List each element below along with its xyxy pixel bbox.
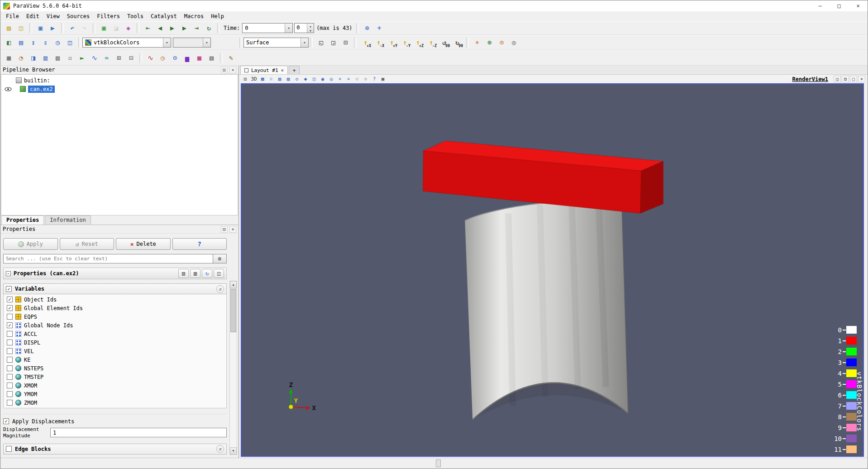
variable-checkbox[interactable]: [7, 383, 13, 388]
probe-location-icon[interactable]: ⊙: [169, 53, 181, 63]
render-viewport[interactable]: Z X Y 01234567891011 vtkBlockColors: [241, 83, 864, 457]
zoom-to-box-icon[interactable]: ⊡: [340, 37, 351, 48]
glyph-filter-icon[interactable]: ►: [76, 53, 88, 63]
variable-row-global-element-ids[interactable]: Global Element Ids: [4, 304, 226, 312]
split-vertical-icon[interactable]: ⊟: [842, 76, 849, 82]
group-datasets-filter-icon[interactable]: ⊞: [113, 53, 124, 63]
close-view-icon[interactable]: ×: [858, 76, 865, 82]
variable-row-object-ids[interactable]: Object Ids: [4, 295, 226, 304]
menu-help[interactable]: Help: [207, 12, 228, 20]
redo-icon[interactable]: ↷: [79, 23, 90, 34]
source-time-icon[interactable]: ◪: [110, 23, 122, 34]
search-input[interactable]: [3, 254, 213, 263]
variable-row-xmom[interactable]: XMOM: [4, 381, 226, 390]
variable-row-nsteps[interactable]: NSTEPS: [4, 364, 226, 373]
save-animation-icon[interactable]: ▶: [47, 23, 58, 34]
tab-properties[interactable]: Properties: [1, 215, 44, 225]
coloring-combo[interactable]: vtkBlockColors ▾: [82, 38, 171, 48]
save-data-icon[interactable]: ◫: [15, 23, 27, 34]
first-frame-button[interactable]: ⇤: [142, 23, 153, 34]
undo-icon[interactable]: ↶: [67, 23, 78, 34]
variable-checkbox[interactable]: [7, 322, 13, 328]
set-view--X-button[interactable]: ↑-X: [372, 37, 385, 48]
set-view-+Y-button[interactable]: ↑+Y: [386, 37, 398, 48]
spin-down-icon[interactable]: ▼: [307, 28, 314, 33]
set-view--Z-button[interactable]: ↑-Z: [425, 37, 437, 48]
frame-spinbox[interactable]: 0 ▲▼: [294, 23, 314, 33]
loop-button[interactable]: ↻: [203, 23, 215, 34]
menu-catalyst[interactable]: Catalyst: [147, 12, 181, 20]
spin-up-icon[interactable]: ▲: [307, 24, 314, 28]
clear-selection-icon[interactable]: ⊘: [353, 76, 361, 83]
pipeline-item-builtin[interactable]: builtin:: [1, 76, 238, 85]
set-view--Y-button[interactable]: ↑-Y: [399, 37, 411, 48]
scrollbar-thumb[interactable]: [230, 289, 236, 332]
pick-center-icon[interactable]: ⊙: [496, 37, 507, 48]
variable-row-displ[interactable]: DISPL: [4, 338, 226, 347]
undock-panel-icon[interactable]: ⊡: [221, 67, 228, 73]
variable-checkbox[interactable]: [7, 305, 13, 311]
variable-checkbox[interactable]: [7, 348, 13, 354]
apply-displacements-checkbox[interactable]: [3, 418, 9, 424]
menu-edit[interactable]: Edit: [23, 12, 43, 20]
open-file-icon[interactable]: ▨: [3, 23, 14, 34]
slice-filter-icon[interactable]: ▥: [40, 53, 51, 63]
rotate-90-button[interactable]: ↺90: [438, 37, 450, 48]
reset-group-icon[interactable]: ↺: [216, 285, 224, 293]
extract-subset-filter-icon[interactable]: ▫: [64, 53, 76, 63]
variable-checkbox[interactable]: [7, 365, 13, 371]
component-combo[interactable]: ▾: [173, 38, 211, 48]
menu-sources[interactable]: Sources: [63, 12, 94, 20]
select-cells-on-icon[interactable]: ▦: [258, 76, 267, 83]
hover-points-icon[interactable]: ∗: [344, 76, 353, 83]
close-panel-icon[interactable]: ×: [229, 226, 236, 233]
properties-scrollbar[interactable]: ▲ ▼: [229, 281, 237, 455]
previous-frame-button[interactable]: ◀: [154, 23, 166, 34]
tab-information[interactable]: Information: [45, 215, 91, 225]
reset-camera-icon[interactable]: ◱: [315, 37, 327, 48]
clip-filter-icon[interactable]: ◨: [28, 53, 39, 63]
undock-panel-icon[interactable]: ⊡: [221, 226, 228, 233]
save-screenshot-icon[interactable]: ▣: [35, 23, 46, 34]
displacement-magnitude-input[interactable]: [50, 428, 227, 437]
variables-checkbox[interactable]: [6, 286, 12, 292]
close-panel-icon[interactable]: ×: [229, 67, 236, 73]
variable-checkbox[interactable]: [7, 400, 13, 406]
color-legend[interactable]: 01234567891011: [830, 326, 857, 453]
copy-properties-icon[interactable]: ▤: [178, 269, 189, 278]
status-resize-handle[interactable]: [436, 459, 441, 467]
select-points-polygon-icon[interactable]: ◆: [301, 76, 310, 83]
play-button[interactable]: ▶: [167, 23, 178, 34]
edge-blocks-group-header[interactable]: Edge Blocks ↺: [3, 444, 227, 455]
rescale-custom-range-icon[interactable]: ⇕: [40, 37, 51, 48]
menu-view[interactable]: View: [43, 12, 63, 20]
visibility-eye-icon[interactable]: [4, 87, 12, 91]
paste-properties-icon[interactable]: ▥: [190, 269, 200, 278]
show-center-axes-icon[interactable]: ⊕: [484, 37, 495, 48]
split-horizontal-icon[interactable]: ◫: [834, 76, 841, 82]
maximize-view-icon[interactable]: □: [850, 76, 857, 82]
magnify-icon[interactable]: ⊕: [362, 23, 373, 34]
plot-selection-over-time-icon[interactable]: ◷: [157, 53, 168, 63]
zoom-to-data-icon[interactable]: ◲: [328, 37, 339, 48]
calculator-filter-icon[interactable]: ▦: [3, 53, 14, 63]
load-color-palette-icon[interactable]: ◈: [123, 23, 134, 34]
properties-section-header[interactable]: − Properties (can.ex2) ▤ ▥ ↻ ◫: [3, 268, 227, 279]
menu-filters[interactable]: Filters: [93, 12, 124, 20]
hover-cells-icon[interactable]: +: [336, 76, 344, 83]
restore-defaults-icon[interactable]: ↻: [202, 269, 212, 278]
set-view-+Z-button[interactable]: ↑+Z: [412, 37, 424, 48]
variable-row-eqps[interactable]: EQPS: [4, 312, 226, 321]
plot-matrix-icon[interactable]: ▦: [194, 53, 205, 63]
add-camera-link-icon[interactable]: +: [374, 23, 385, 34]
show-orientation-axes-icon[interactable]: ⌖: [472, 37, 483, 48]
reset-center-icon[interactable]: ◎: [508, 37, 520, 48]
variable-checkbox[interactable]: [7, 297, 13, 302]
variable-checkbox[interactable]: [7, 374, 13, 380]
histogram-icon[interactable]: ▅: [181, 53, 193, 63]
rotate-90-button[interactable]: ↻90: [451, 37, 463, 48]
close-button[interactable]: ×: [849, 0, 868, 11]
interaction-mode-3d[interactable]: 3D: [250, 76, 258, 83]
variable-row-ke[interactable]: KE: [4, 355, 226, 364]
extract-selection-icon[interactable]: ▤: [206, 53, 217, 63]
